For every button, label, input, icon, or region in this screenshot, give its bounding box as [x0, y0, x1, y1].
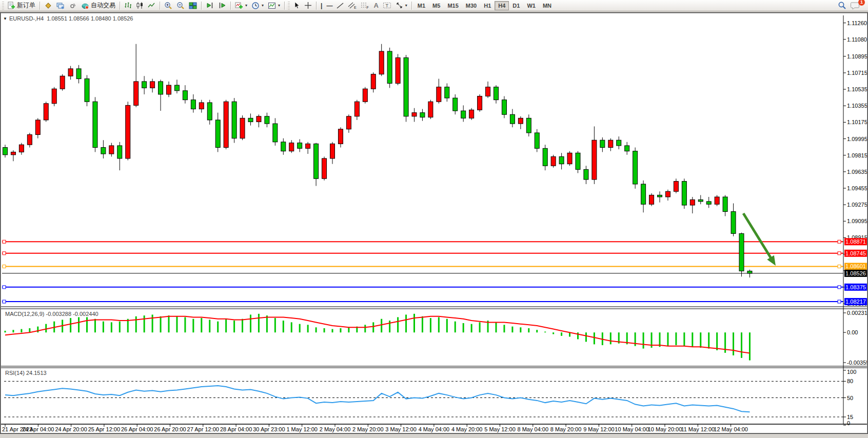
macd-histogram-bar: [45, 324, 47, 333]
text-label-button[interactable]: T: [381, 1, 393, 11]
macd-histogram-bar: [544, 332, 546, 333]
macd-histogram-bar: [577, 332, 579, 339]
timeframe-group: M1M5M15M30H1H4D1W1MN: [414, 0, 555, 11]
macd-histogram-bar: [135, 316, 137, 332]
price-tick-label: 1.10175: [847, 119, 867, 125]
rsi-tick-label: 0: [847, 420, 850, 426]
timeframe-m30[interactable]: M30: [462, 1, 480, 10]
chart-title: EURUSD-,H4 1.08551 1.08566 1.08480 1.085…: [9, 15, 133, 22]
trend-arrow[interactable]: [743, 213, 773, 261]
candle-body: [387, 51, 392, 83]
auto-trading-button[interactable]: 自动交易: [79, 1, 117, 11]
horizontal-line-button[interactable]: —: [324, 1, 334, 11]
macd-histogram-bar: [201, 318, 202, 332]
macd-histogram-bar: [455, 322, 456, 332]
periods-button[interactable]: ▾: [249, 1, 266, 11]
fibonacci-button[interactable]: F: [359, 1, 371, 11]
macd-histogram-bar: [700, 332, 701, 348]
vertical-line-button[interactable]: |: [319, 1, 324, 11]
rsi-tick-label: 15: [847, 414, 853, 420]
macd-histogram-bar: [413, 314, 415, 332]
bar-chart-button[interactable]: [122, 1, 134, 11]
search-button[interactable]: [836, 1, 849, 11]
separator: [230, 2, 231, 10]
macd-tick-label: -0.003555: [847, 360, 868, 366]
candle-body: [207, 103, 212, 120]
toolbar-grip: [2, 2, 4, 10]
candle-body: [159, 82, 163, 94]
candle-body: [240, 118, 245, 138]
chart-window: 1.112601.110801.108951.107151.105351.103…: [0, 12, 868, 434]
crosshair-button[interactable]: [302, 1, 314, 11]
zoom-out-button[interactable]: [174, 1, 187, 11]
time-tick-label: 9 May 12:00: [583, 426, 615, 432]
chevron-down-icon: ▾: [245, 3, 247, 8]
candle-body: [27, 135, 32, 145]
timeframe-m5[interactable]: M5: [429, 1, 444, 10]
macd-histogram-bar: [405, 314, 407, 332]
new-order-button[interactable]: 新订单: [5, 1, 37, 11]
arrows-tool-button[interactable]: ▾: [393, 1, 409, 11]
tile-windows-button[interactable]: [187, 1, 199, 11]
zoom-in-icon: [164, 2, 172, 10]
indicators-button[interactable]: ▾: [233, 1, 249, 11]
separator: [316, 2, 317, 10]
candle-body: [289, 143, 294, 151]
candlestick-button[interactable]: [134, 1, 146, 11]
macd-histogram-bar: [716, 332, 718, 350]
chat-button[interactable]: 1: [849, 1, 862, 11]
navigator-icon: [56, 2, 65, 10]
time-tick-label: 2 May 20:00: [352, 426, 384, 432]
macd-histogram-bar: [307, 325, 309, 332]
chart-menu-arrow-icon[interactable]: ▼: [3, 16, 7, 21]
price-tick-label: 1.11260: [847, 20, 867, 26]
time-tick-label: 24 Apr 04:00: [22, 426, 54, 432]
market-watch-button[interactable]: [42, 1, 54, 11]
macd-histogram-bar: [176, 316, 177, 332]
time-tick-label: 3 May 12:00: [385, 426, 417, 432]
macd-histogram-bar: [332, 329, 333, 333]
zoom-in-button[interactable]: [162, 1, 174, 11]
macd-histogram-bar: [94, 319, 96, 332]
macd-signal-line: [5, 316, 750, 353]
line-chart-button[interactable]: [146, 1, 157, 11]
rsi-indicator-value: 24.1513: [25, 370, 47, 376]
templates-button[interactable]: ▾: [266, 1, 282, 11]
candle-body: [363, 89, 367, 102]
candle-body: [338, 129, 343, 144]
timeframe-h1[interactable]: H1: [480, 1, 495, 10]
chart-shift-button[interactable]: [204, 1, 216, 11]
cursor-button[interactable]: [291, 1, 302, 11]
time-tick-label: 30 Apr 23:00: [253, 426, 285, 432]
candle-body: [453, 98, 458, 111]
timeframe-mn[interactable]: MN: [539, 1, 555, 10]
timeframe-m15[interactable]: M15: [444, 1, 462, 10]
timeframe-d1[interactable]: D1: [509, 1, 523, 10]
candle-body: [314, 144, 319, 178]
price-line-label: 1.08526: [845, 270, 866, 276]
time-tick-label: 10 May 20:00: [648, 426, 682, 432]
trend-line-button[interactable]: [334, 1, 346, 11]
vertical-line-icon: |: [321, 2, 322, 9]
candle-body: [68, 69, 73, 76]
terminal-button[interactable]: [67, 1, 79, 11]
line-handle: [838, 265, 841, 268]
macd-histogram-bar: [708, 332, 709, 348]
chart-canvas[interactable]: 1.112601.110801.108951.107151.105351.103…: [0, 12, 868, 434]
timeframe-h4[interactable]: H4: [495, 1, 509, 10]
terminal-icon: [69, 2, 77, 10]
text-button[interactable]: A: [371, 1, 380, 11]
crosshair-icon: [304, 2, 312, 9]
navigator-button[interactable]: [54, 1, 67, 11]
macd-histogram-bar: [266, 315, 268, 332]
price-line-label: 1.08745: [845, 250, 866, 256]
macd-histogram-bar: [315, 327, 317, 332]
line-handle: [3, 265, 6, 268]
new-order-label: 新订单: [17, 1, 35, 10]
new-order-icon: [7, 2, 15, 10]
auto-scroll-button[interactable]: [216, 1, 228, 11]
timeframe-m1[interactable]: M1: [414, 1, 429, 10]
channel-button[interactable]: E: [346, 1, 359, 11]
macd-histogram-bar: [692, 332, 693, 347]
timeframe-w1[interactable]: W1: [523, 1, 539, 10]
